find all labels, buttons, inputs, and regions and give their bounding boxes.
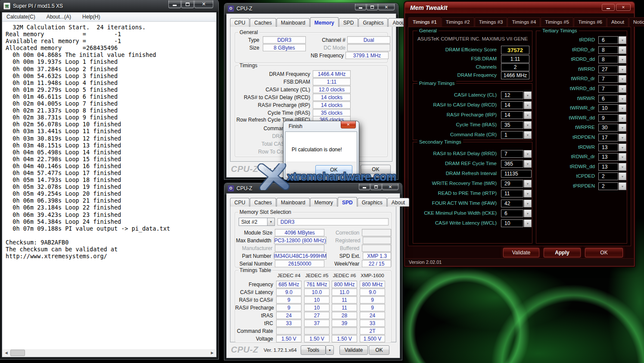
menu-about[interactable]: About...(A) bbox=[47, 14, 71, 20]
mt-value[interactable]: 12 bbox=[501, 91, 523, 99]
tab-timings-6[interactable]: Timings #6 bbox=[574, 17, 607, 27]
spinner-button[interactable]: ▼ bbox=[619, 75, 626, 83]
spinner-button[interactable]: ▼ bbox=[619, 95, 626, 103]
spinner-button[interactable]: ▼ bbox=[619, 144, 626, 151]
mt-value[interactable]: 7 bbox=[598, 75, 618, 83]
mt-value[interactable]: 6 bbox=[598, 36, 618, 44]
tab-timings-5[interactable]: Timings #5 bbox=[541, 17, 573, 27]
close-button[interactable]: ✕ bbox=[382, 184, 398, 190]
mt-value[interactable]: 42 bbox=[501, 200, 523, 207]
spinner-button[interactable]: ▼ bbox=[619, 124, 626, 131]
mt-value[interactable]: 6 bbox=[598, 95, 618, 103]
tab-caches[interactable]: Caches bbox=[250, 198, 276, 207]
spinner-button[interactable]: ▼ bbox=[619, 36, 626, 44]
tab-mainboard[interactable]: Mainboard bbox=[277, 18, 310, 27]
spinner-button[interactable]: ▼ bbox=[524, 210, 532, 217]
validate-button[interactable]: Validate bbox=[339, 345, 368, 355]
slot-dropdown-button[interactable]: ▼ bbox=[267, 218, 274, 225]
close-button[interactable]: ✕ bbox=[341, 121, 356, 128]
tab-timings-3[interactable]: Timings #3 bbox=[475, 17, 507, 27]
spinner-button[interactable]: ▼ bbox=[524, 121, 532, 129]
mt-value[interactable]: 1 bbox=[501, 131, 523, 139]
mt-value[interactable]: 7 bbox=[501, 150, 523, 158]
horizontal-scrollbar[interactable]: ◀ ▶ bbox=[3, 349, 216, 357]
tab-mainboard[interactable]: Mainboard bbox=[277, 198, 310, 207]
tools-dropdown-button[interactable]: ▼ bbox=[326, 345, 334, 355]
minimize-button[interactable] bbox=[168, 0, 181, 8]
spinner-button[interactable]: ▼ bbox=[619, 46, 626, 54]
minimize-button[interactable] bbox=[355, 4, 366, 10]
spinner-button[interactable]: ▼ bbox=[619, 66, 626, 73]
tab-timings-1[interactable]: Timings #1 bbox=[408, 17, 441, 27]
mt-value[interactable]: 14 bbox=[501, 111, 523, 119]
mt-value[interactable]: 13 bbox=[598, 144, 618, 151]
mt-value[interactable]: 11 bbox=[501, 190, 523, 197]
tools-button[interactable]: Tools bbox=[301, 345, 326, 355]
mt-value[interactable]: 13 bbox=[598, 163, 618, 171]
spinner-button[interactable]: ▼ bbox=[524, 131, 532, 139]
ok-button[interactable]: OK bbox=[585, 248, 623, 257]
mt-value[interactable]: 8 bbox=[598, 46, 618, 54]
close-button[interactable]: ✕ bbox=[616, 4, 631, 11]
spinner-button[interactable]: ▼ bbox=[619, 114, 626, 122]
minimize-button[interactable] bbox=[359, 184, 370, 190]
maximize-button[interactable] bbox=[181, 0, 194, 8]
close-button[interactable]: ✕ bbox=[378, 4, 395, 10]
maximize-button[interactable] bbox=[367, 4, 378, 10]
mt-value[interactable]: 17 bbox=[598, 134, 618, 141]
mt-value[interactable]: 10 bbox=[501, 219, 523, 227]
apply-button[interactable]: Apply bbox=[544, 248, 581, 257]
tab-notice[interactable]: Notice bbox=[629, 17, 644, 27]
tab-timings-4[interactable]: Timings #4 bbox=[507, 17, 540, 27]
spinner-button[interactable]: ▼ bbox=[619, 182, 626, 190]
scroll-right-arrow[interactable]: ▶ bbox=[208, 349, 216, 357]
mt-value[interactable]: 14 bbox=[501, 101, 523, 109]
tab-cpu[interactable]: CPU bbox=[230, 18, 249, 27]
spinner-button[interactable]: ▼ bbox=[619, 153, 626, 161]
spinner-button[interactable]: ▼ bbox=[524, 150, 532, 158]
mt-value[interactable]: 2 bbox=[598, 172, 618, 180]
tab-cpu[interactable]: CPU bbox=[230, 198, 249, 207]
tab-graphics[interactable]: Graphics bbox=[358, 18, 388, 27]
mt-value[interactable]: 30 bbox=[598, 124, 618, 131]
spinner-button[interactable]: ▼ bbox=[619, 172, 626, 180]
spinner-button[interactable]: ▼ bbox=[524, 180, 532, 188]
spinner-button[interactable]: ▼ bbox=[524, 200, 532, 207]
mt-value[interactable]: 6 bbox=[501, 210, 523, 217]
validate-button[interactable]: Validate bbox=[503, 248, 539, 257]
ok-button[interactable]: OK bbox=[361, 165, 391, 174]
mt-value[interactable]: 29 bbox=[501, 180, 523, 188]
tab-caches[interactable]: Caches bbox=[250, 18, 276, 27]
mt-value[interactable]: 2 bbox=[598, 182, 618, 190]
spinner-button[interactable]: ▼ bbox=[619, 104, 626, 112]
mt-value[interactable]: 9 bbox=[598, 114, 618, 122]
close-button[interactable]: ✕ bbox=[194, 0, 213, 8]
tab-memory[interactable]: Memory bbox=[310, 198, 337, 207]
mt-value[interactable]: 10 bbox=[598, 104, 618, 112]
tab-timings-2[interactable]: Timings #2 bbox=[442, 17, 474, 27]
spinner-button[interactable]: ▼ bbox=[524, 91, 532, 99]
tab-spd[interactable]: SPD bbox=[338, 197, 357, 207]
menu-help[interactable]: Help(H) bbox=[82, 14, 100, 20]
maximize-button[interactable] bbox=[370, 184, 382, 190]
spinner-button[interactable]: ▼ bbox=[524, 160, 532, 168]
tab-spd[interactable]: SPD bbox=[339, 18, 358, 27]
ok-button[interactable]: OK bbox=[315, 165, 352, 175]
spinner-button[interactable]: ▼ bbox=[619, 163, 626, 171]
scrollbar-thumb[interactable] bbox=[10, 350, 25, 356]
mt-value[interactable]: 35 bbox=[501, 121, 523, 129]
menu-calculate[interactable]: Calculate(C) bbox=[6, 14, 35, 20]
memory-slot-select[interactable]: Slot #2 ▼ bbox=[239, 218, 275, 226]
spinner-button[interactable]: ▼ bbox=[524, 190, 532, 197]
spinner-button[interactable]: ▼ bbox=[524, 101, 532, 109]
tab-about[interactable]: About bbox=[387, 198, 409, 207]
scroll-left-arrow[interactable]: ◀ bbox=[3, 349, 10, 357]
mt-value[interactable]: 8 bbox=[598, 56, 618, 63]
mt-value[interactable]: 27 bbox=[598, 66, 618, 73]
tab-about[interactable]: About bbox=[607, 17, 628, 27]
tab-graphics[interactable]: Graphics bbox=[358, 198, 387, 207]
mt-value[interactable]: 13 bbox=[598, 153, 618, 161]
tab-memory[interactable]: Memory bbox=[310, 17, 339, 27]
mt-value[interactable]: 7 bbox=[598, 85, 618, 93]
spinner-button[interactable]: ▼ bbox=[524, 111, 532, 119]
